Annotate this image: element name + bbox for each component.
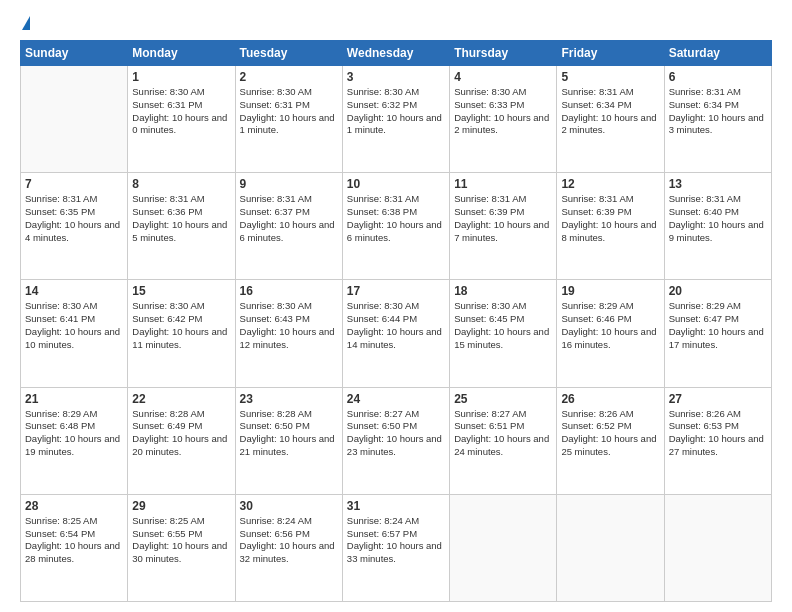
calendar-cell: 6Sunrise: 8:31 AMSunset: 6:34 PMDaylight… [664, 66, 771, 173]
calendar-cell: 26Sunrise: 8:26 AMSunset: 6:52 PMDayligh… [557, 387, 664, 494]
cell-day-number: 17 [347, 284, 445, 298]
calendar-cell [557, 494, 664, 601]
cell-day-number: 19 [561, 284, 659, 298]
calendar-cell: 13Sunrise: 8:31 AMSunset: 6:40 PMDayligh… [664, 173, 771, 280]
cell-info: Sunrise: 8:26 AMSunset: 6:53 PMDaylight:… [669, 408, 767, 459]
cell-day-number: 13 [669, 177, 767, 191]
cell-day-number: 9 [240, 177, 338, 191]
calendar-cell: 24Sunrise: 8:27 AMSunset: 6:50 PMDayligh… [342, 387, 449, 494]
cell-info: Sunrise: 8:31 AMSunset: 6:35 PMDaylight:… [25, 193, 123, 244]
calendar-cell: 4Sunrise: 8:30 AMSunset: 6:33 PMDaylight… [450, 66, 557, 173]
cell-day-number: 30 [240, 499, 338, 513]
cell-day-number: 1 [132, 70, 230, 84]
header-cell-saturday: Saturday [664, 41, 771, 66]
calendar-week-2: 14Sunrise: 8:30 AMSunset: 6:41 PMDayligh… [21, 280, 772, 387]
cell-day-number: 6 [669, 70, 767, 84]
calendar-cell: 20Sunrise: 8:29 AMSunset: 6:47 PMDayligh… [664, 280, 771, 387]
cell-day-number: 15 [132, 284, 230, 298]
calendar-cell: 30Sunrise: 8:24 AMSunset: 6:56 PMDayligh… [235, 494, 342, 601]
calendar-cell: 1Sunrise: 8:30 AMSunset: 6:31 PMDaylight… [128, 66, 235, 173]
cell-info: Sunrise: 8:31 AMSunset: 6:34 PMDaylight:… [561, 86, 659, 137]
cell-day-number: 27 [669, 392, 767, 406]
calendar-body: 1Sunrise: 8:30 AMSunset: 6:31 PMDaylight… [21, 66, 772, 602]
cell-info: Sunrise: 8:30 AMSunset: 6:33 PMDaylight:… [454, 86, 552, 137]
calendar-cell: 10Sunrise: 8:31 AMSunset: 6:38 PMDayligh… [342, 173, 449, 280]
header [20, 16, 772, 32]
calendar-cell [450, 494, 557, 601]
header-cell-sunday: Sunday [21, 41, 128, 66]
cell-day-number: 14 [25, 284, 123, 298]
logo-text [20, 16, 30, 32]
cell-info: Sunrise: 8:25 AMSunset: 6:55 PMDaylight:… [132, 515, 230, 566]
cell-day-number: 18 [454, 284, 552, 298]
cell-day-number: 7 [25, 177, 123, 191]
cell-info: Sunrise: 8:31 AMSunset: 6:40 PMDaylight:… [669, 193, 767, 244]
cell-info: Sunrise: 8:30 AMSunset: 6:31 PMDaylight:… [240, 86, 338, 137]
cell-info: Sunrise: 8:31 AMSunset: 6:37 PMDaylight:… [240, 193, 338, 244]
cell-day-number: 22 [132, 392, 230, 406]
calendar-cell: 31Sunrise: 8:24 AMSunset: 6:57 PMDayligh… [342, 494, 449, 601]
cell-day-number: 8 [132, 177, 230, 191]
cell-info: Sunrise: 8:24 AMSunset: 6:57 PMDaylight:… [347, 515, 445, 566]
calendar-cell: 5Sunrise: 8:31 AMSunset: 6:34 PMDaylight… [557, 66, 664, 173]
calendar-cell: 11Sunrise: 8:31 AMSunset: 6:39 PMDayligh… [450, 173, 557, 280]
cell-info: Sunrise: 8:30 AMSunset: 6:42 PMDaylight:… [132, 300, 230, 351]
cell-day-number: 5 [561, 70, 659, 84]
cell-day-number: 10 [347, 177, 445, 191]
cell-day-number: 12 [561, 177, 659, 191]
calendar-header: SundayMondayTuesdayWednesdayThursdayFrid… [21, 41, 772, 66]
cell-info: Sunrise: 8:31 AMSunset: 6:39 PMDaylight:… [561, 193, 659, 244]
cell-day-number: 31 [347, 499, 445, 513]
header-cell-monday: Monday [128, 41, 235, 66]
calendar-cell: 29Sunrise: 8:25 AMSunset: 6:55 PMDayligh… [128, 494, 235, 601]
calendar-week-4: 28Sunrise: 8:25 AMSunset: 6:54 PMDayligh… [21, 494, 772, 601]
header-cell-tuesday: Tuesday [235, 41, 342, 66]
cell-info: Sunrise: 8:29 AMSunset: 6:46 PMDaylight:… [561, 300, 659, 351]
cell-info: Sunrise: 8:30 AMSunset: 6:43 PMDaylight:… [240, 300, 338, 351]
cell-info: Sunrise: 8:26 AMSunset: 6:52 PMDaylight:… [561, 408, 659, 459]
calendar-cell: 23Sunrise: 8:28 AMSunset: 6:50 PMDayligh… [235, 387, 342, 494]
cell-info: Sunrise: 8:24 AMSunset: 6:56 PMDaylight:… [240, 515, 338, 566]
cell-info: Sunrise: 8:29 AMSunset: 6:47 PMDaylight:… [669, 300, 767, 351]
calendar-cell [664, 494, 771, 601]
calendar-cell: 7Sunrise: 8:31 AMSunset: 6:35 PMDaylight… [21, 173, 128, 280]
cell-day-number: 4 [454, 70, 552, 84]
cell-info: Sunrise: 8:27 AMSunset: 6:51 PMDaylight:… [454, 408, 552, 459]
cell-info: Sunrise: 8:31 AMSunset: 6:39 PMDaylight:… [454, 193, 552, 244]
header-cell-friday: Friday [557, 41, 664, 66]
calendar-cell: 22Sunrise: 8:28 AMSunset: 6:49 PMDayligh… [128, 387, 235, 494]
calendar-cell: 28Sunrise: 8:25 AMSunset: 6:54 PMDayligh… [21, 494, 128, 601]
cell-day-number: 20 [669, 284, 767, 298]
calendar-cell: 21Sunrise: 8:29 AMSunset: 6:48 PMDayligh… [21, 387, 128, 494]
calendar-cell: 9Sunrise: 8:31 AMSunset: 6:37 PMDaylight… [235, 173, 342, 280]
cell-day-number: 29 [132, 499, 230, 513]
calendar-cell: 12Sunrise: 8:31 AMSunset: 6:39 PMDayligh… [557, 173, 664, 280]
cell-day-number: 3 [347, 70, 445, 84]
cell-day-number: 16 [240, 284, 338, 298]
cell-info: Sunrise: 8:27 AMSunset: 6:50 PMDaylight:… [347, 408, 445, 459]
calendar-cell: 8Sunrise: 8:31 AMSunset: 6:36 PMDaylight… [128, 173, 235, 280]
calendar-cell: 15Sunrise: 8:30 AMSunset: 6:42 PMDayligh… [128, 280, 235, 387]
cell-info: Sunrise: 8:25 AMSunset: 6:54 PMDaylight:… [25, 515, 123, 566]
calendar-week-1: 7Sunrise: 8:31 AMSunset: 6:35 PMDaylight… [21, 173, 772, 280]
calendar-cell [21, 66, 128, 173]
cell-day-number: 26 [561, 392, 659, 406]
cell-info: Sunrise: 8:31 AMSunset: 6:36 PMDaylight:… [132, 193, 230, 244]
cell-info: Sunrise: 8:31 AMSunset: 6:34 PMDaylight:… [669, 86, 767, 137]
calendar-week-0: 1Sunrise: 8:30 AMSunset: 6:31 PMDaylight… [21, 66, 772, 173]
calendar-cell: 17Sunrise: 8:30 AMSunset: 6:44 PMDayligh… [342, 280, 449, 387]
cell-info: Sunrise: 8:29 AMSunset: 6:48 PMDaylight:… [25, 408, 123, 459]
calendar-cell: 25Sunrise: 8:27 AMSunset: 6:51 PMDayligh… [450, 387, 557, 494]
cell-day-number: 2 [240, 70, 338, 84]
cell-info: Sunrise: 8:30 AMSunset: 6:41 PMDaylight:… [25, 300, 123, 351]
calendar-table: SundayMondayTuesdayWednesdayThursdayFrid… [20, 40, 772, 602]
calendar-cell: 3Sunrise: 8:30 AMSunset: 6:32 PMDaylight… [342, 66, 449, 173]
cell-info: Sunrise: 8:30 AMSunset: 6:31 PMDaylight:… [132, 86, 230, 137]
logo [20, 16, 30, 32]
cell-day-number: 28 [25, 499, 123, 513]
calendar-cell: 27Sunrise: 8:26 AMSunset: 6:53 PMDayligh… [664, 387, 771, 494]
cell-day-number: 25 [454, 392, 552, 406]
header-cell-wednesday: Wednesday [342, 41, 449, 66]
header-cell-thursday: Thursday [450, 41, 557, 66]
calendar-cell: 18Sunrise: 8:30 AMSunset: 6:45 PMDayligh… [450, 280, 557, 387]
